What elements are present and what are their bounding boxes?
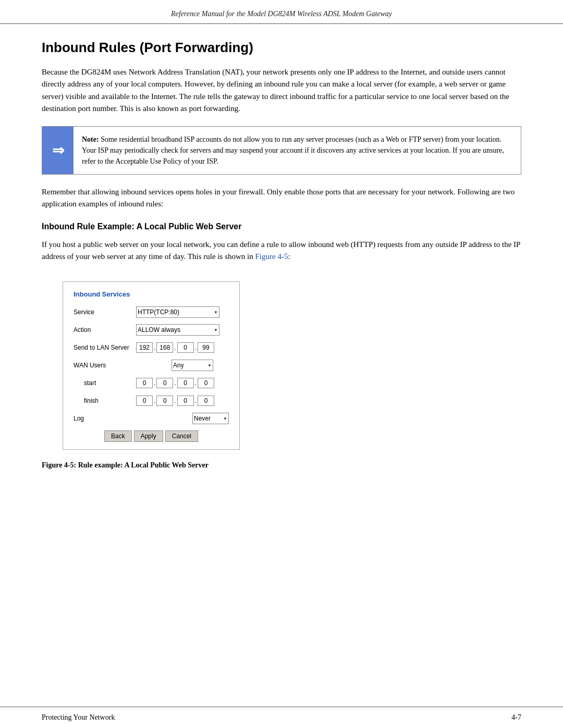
lan-ip-oct3[interactable] [177, 342, 194, 353]
log-label: Log [74, 415, 136, 422]
start-sep-3: . [195, 379, 197, 387]
finish-sep-1: . [154, 397, 155, 404]
lan-ip-oct1[interactable] [136, 342, 153, 353]
page-container: Reference Manual for the Model DG824M Wi… [0, 0, 563, 728]
start-label: start [74, 379, 136, 387]
note-box: ⇒ Note: Some residential broadband ISP a… [42, 126, 521, 175]
wan-users-select-wrapper: Any [172, 360, 213, 371]
figure-title: Inbound Services [74, 290, 229, 298]
form-row-action: Action ALLOW always [74, 323, 229, 337]
form-row-finish: finish . . . [74, 394, 229, 408]
action-select-wrapper: ALLOW always [136, 324, 219, 336]
ip-sep-2: . [174, 344, 176, 351]
start-ip-group: . . . [136, 378, 214, 388]
main-content: Inbound Rules (Port Forwarding) Because … [0, 24, 563, 490]
form-table: Service HTTP(TCP:80) Action ALLOW always [74, 305, 229, 442]
body-paragraph-2: Remember that allowing inbound services … [42, 186, 521, 211]
start-oct3[interactable] [177, 378, 194, 388]
finish-sep-2: . [174, 397, 176, 404]
note-text: Some residential broadband ISP accounts … [82, 135, 504, 165]
page-title: Inbound Rules (Port Forwarding) [42, 40, 521, 56]
page-footer: Protecting Your Network 4-7 [0, 707, 563, 728]
body-p3-post: : [288, 252, 290, 261]
start-oct1[interactable] [136, 378, 153, 388]
finish-oct2[interactable] [156, 396, 173, 406]
log-controls: Never [136, 413, 229, 424]
lan-ip-oct4[interactable] [198, 342, 214, 353]
note-content: Note: Some residential broadband ISP acc… [74, 127, 521, 174]
footer-right: 4-7 [511, 713, 521, 722]
finish-oct3[interactable] [177, 396, 194, 406]
body-paragraph-1: Because the DG824M uses Network Address … [42, 66, 521, 115]
start-oct2[interactable] [156, 378, 173, 388]
start-oct4[interactable] [198, 378, 214, 388]
cancel-button[interactable]: Cancel [165, 430, 198, 442]
form-row-service: Service HTTP(TCP:80) [74, 305, 229, 319]
wan-users-controls: Any [136, 360, 213, 371]
wan-users-label: WAN Users [74, 362, 136, 369]
section-heading: Inbound Rule Example: A Local Public Web… [42, 222, 521, 231]
finish-ip-group: . . . [136, 396, 214, 406]
service-select-wrapper: HTTP(TCP:80) [136, 306, 219, 318]
figure-container: Inbound Services Service HTTP(TCP:80) Ac… [63, 281, 240, 450]
service-select[interactable]: HTTP(TCP:80) [136, 306, 219, 318]
log-select-wrapper: Never [192, 413, 229, 424]
figure-caption: Figure 4-5: Rule example: A Local Public… [42, 461, 521, 470]
ip-sep-3: . [195, 344, 197, 351]
back-button[interactable]: Back [104, 430, 132, 442]
action-select[interactable]: ALLOW always [136, 324, 219, 336]
header-text: Reference Manual for the Model DG824M Wi… [171, 10, 392, 18]
start-sep-2: . [174, 379, 176, 387]
lan-ip-oct2[interactable] [156, 342, 173, 353]
note-bold: Note: [82, 135, 99, 143]
apply-button[interactable]: Apply [134, 430, 163, 442]
footer-left: Protecting Your Network [42, 713, 115, 722]
wan-users-select[interactable]: Any [172, 360, 213, 371]
finish-label: finish [74, 397, 136, 404]
page-header: Reference Manual for the Model DG824M Wi… [0, 0, 563, 24]
action-label: Action [74, 326, 136, 334]
form-row-start: start . . . [74, 376, 229, 390]
note-icon-col: ⇒ [42, 127, 74, 174]
form-row-log: Log Never [74, 412, 229, 425]
ip-sep-1: . [154, 344, 155, 351]
form-button-row: Back Apply Cancel [74, 430, 229, 442]
figure-link[interactable]: Figure 4-5 [255, 252, 288, 261]
body-paragraph-3: If you host a public web server on your … [42, 239, 521, 263]
lan-server-ip-group: . . . [136, 342, 214, 353]
start-sep-1: . [154, 379, 155, 387]
form-row-wan-users: WAN Users Any [74, 359, 229, 372]
service-label: Service [74, 309, 136, 316]
finish-oct4[interactable] [198, 396, 214, 406]
finish-sep-3: . [195, 397, 197, 404]
finish-oct1[interactable] [136, 396, 153, 406]
form-row-lan-server: Send to LAN Server . . . [74, 341, 229, 354]
log-select[interactable]: Never [192, 413, 229, 424]
lan-server-label: Send to LAN Server [74, 344, 136, 351]
note-arrow-icon: ⇒ [52, 142, 64, 159]
